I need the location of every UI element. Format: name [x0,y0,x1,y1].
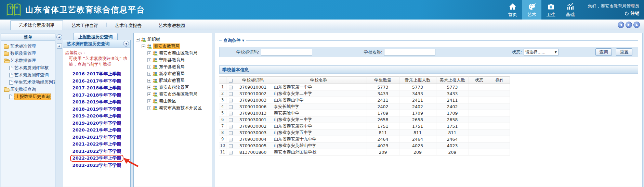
student-count: 5773 [367,84,399,90]
semester-link[interactable]: 2022-2023学年下学期 [73,163,121,168]
status-cell [469,90,490,97]
school-name: 山东省泰山中学 [271,97,367,103]
row-checkbox[interactable] [229,112,233,115]
logout-button[interactable]: 注销 [625,11,639,16]
semester-link-row: 2018-2019学年下学期 [63,105,130,113]
nav-item-basic[interactable]: 基础 [561,0,580,20]
row-checkbox[interactable] [229,131,233,135]
semester-link[interactable]: 2017-2018学年下学期 [73,92,121,98]
tree-expand-icon[interactable]: + [147,92,151,96]
row-checkbox[interactable] [229,144,233,148]
org-tree-item[interactable]: +泰安市泰山区教育局 [134,50,211,57]
column-header: 操作 [490,77,510,84]
scroll-up-button[interactable]: ▲ [57,43,62,49]
status-select-value: 请选择...... [525,49,546,55]
nav-up-button[interactable]: ▲ [633,22,640,28]
semester-link[interactable]: 2018-2019学年下学期 [73,107,121,112]
tree-expand-icon[interactable]: + [147,99,151,103]
history-panel-tab[interactable]: 上报数据历史查询 [73,33,118,40]
row-checkbox[interactable] [229,86,233,89]
org-tree-item[interactable]: +东平县教育局 [134,63,211,70]
semester-link[interactable]: 2021-2022学年上学期 [73,141,121,147]
org-tree-item[interactable]: +泰安市岱岳区教育局 [134,91,211,98]
sidebar-item[interactable]: 历史数据查询 [1,86,55,93]
module-tabs: 艺术综合素质测评艺术工作自评艺术年度报告艺术家进校园 [10,20,193,30]
sidebar-item[interactable]: 艺术素质测评审核 [1,64,55,72]
row-checkbox[interactable] [229,125,233,128]
tree-expand-icon[interactable]: + [147,86,151,89]
tree-expand-icon[interactable]: + [147,51,151,55]
collapse-sidebar-button[interactable]: ◀ [56,34,62,40]
search-button[interactable]: 查询 [595,48,612,56]
nav-item-label: 基础 [566,12,575,18]
tree-expand-icon[interactable]: + [147,79,151,83]
music-reported-count: 2658 [399,116,436,123]
row-checkbox[interactable] [229,151,233,154]
semester-link-list: 2016-2017学年上学期2016-2017学年下学期2017-2018学年上… [63,70,130,169]
sidebar-item[interactable]: 艺术素质测评查询 [1,72,55,79]
nav-item-health[interactable]: 卫生 [541,0,561,20]
semester-link[interactable]: 2019-2020学年下学期 [73,121,121,126]
query-conditions-toggle[interactable]: 查询条件 ▼ [222,38,246,43]
row-checkbox[interactable] [229,92,233,96]
school-code-input[interactable] [261,49,312,55]
semester-link[interactable]: 2021-2022学年下学期 [73,149,121,154]
school-code: 3709010003 [235,97,271,103]
school-code: 3709010002 [235,90,271,97]
status-select[interactable]: 请选择......▼ [524,49,558,55]
tree-collapse-icon[interactable]: − [136,38,140,41]
tab-4[interactable]: 艺术家进校园 [150,22,193,30]
nav-item-label: 首页 [508,12,517,18]
tab-1[interactable]: 艺术综合素质测评 [10,20,63,30]
row-checkbox[interactable] [229,105,233,109]
org-tree-item[interactable]: +泰安市高新技术开发区 [134,104,211,111]
org-tree-item-bureau[interactable]: −泰安市教育局 [134,43,211,50]
collapse-panel-button[interactable]: ◀ [123,41,129,47]
semester-link-row: 2021-2022学年下学期 [63,148,130,155]
nav-item-art[interactable]: 艺术 [522,0,541,20]
row-number: 2 [219,90,226,97]
semester-link[interactable]: 2016-2017学年上学期 [73,71,121,76]
tree-expand-icon[interactable]: + [147,106,151,110]
org-tree-item[interactable]: +宁阳县教育局 [134,57,211,63]
status-cell [469,84,490,90]
sidebar-item[interactable]: 上报数据历史查询 [1,93,55,100]
org-tree-item-root[interactable]: −组织树 [134,36,211,43]
top-nav: 首页艺术卫生基础 [503,0,580,20]
sidebar-item[interactable]: 艺术数据管理 [1,57,55,64]
sidebar-item[interactable]: 艺术标准管理 [1,43,55,50]
select-all-checkbox[interactable] [229,79,233,83]
semester-link[interactable]: 2019-2020学年上学期 [73,113,121,119]
school-name: 山东省泰安第二中学 [271,90,367,97]
tab-3[interactable]: 艺术年度报告 [107,22,150,30]
tree-expand-icon[interactable]: + [147,58,151,62]
org-tree-item[interactable]: +肥城市教育局 [134,77,211,84]
sidebar-item[interactable]: 数据质量管理 [1,50,55,57]
tree-expand-icon[interactable]: + [147,65,151,69]
column-header: 学校标识码 [235,77,271,84]
tab-2[interactable]: 艺术工作自评 [63,22,106,30]
row-number: 7 [219,123,226,129]
semester-link[interactable]: 2022-2023学年上学期 [70,155,124,162]
school-name-input[interactable] [384,49,435,55]
semester-link[interactable]: 2020-2021学年上学期 [73,127,121,133]
nav-forward-button[interactable]: ▶ [626,22,632,28]
row-checkbox[interactable] [229,118,233,122]
semester-link[interactable]: 2017-2018学年上学期 [73,85,121,90]
row-checkbox[interactable] [229,99,233,102]
reset-button[interactable]: 重置 [616,48,632,56]
document-icon [9,73,13,77]
org-tree-item[interactable]: +泰山景区 [134,98,211,104]
nav-item-home[interactable]: 首页 [503,0,522,20]
nav-back-button[interactable]: ◀ [618,22,624,28]
semester-link[interactable]: 2018-2019学年上学期 [73,99,121,104]
org-tree-item[interactable]: +新泰市教育局 [134,70,211,77]
tree-collapse-icon[interactable]: − [142,45,145,48]
row-checkbox[interactable] [229,138,233,141]
page-title: 山东省体卫艺教育综合信息平台 [25,4,145,15]
semester-link[interactable]: 2020-2021学年下学期 [73,135,121,140]
sidebar-item[interactable]: 学生艺术活动经历列表 [1,79,55,86]
semester-link[interactable]: 2016-2017学年下学期 [73,78,121,84]
org-tree-item[interactable]: +泰安市徂汶景区 [134,84,211,91]
tree-expand-icon[interactable]: + [147,72,151,76]
